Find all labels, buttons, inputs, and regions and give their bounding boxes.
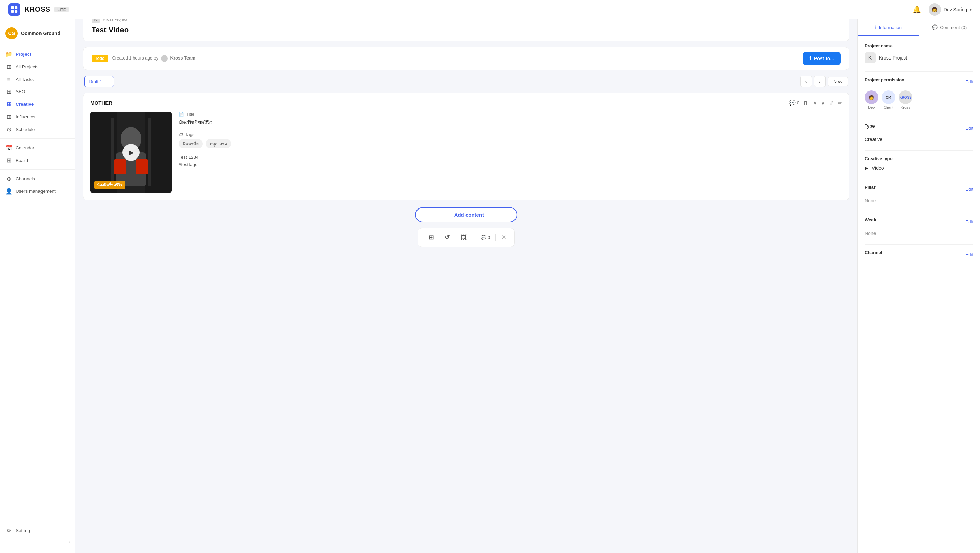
post-to-button[interactable]: f Post to... — [803, 52, 841, 65]
client-initial: CK — [886, 95, 891, 99]
sidebar-item-all-projects[interactable]: ⊞ All Projects — [0, 60, 75, 73]
title-field-label: Title — [186, 111, 194, 117]
move-up-button[interactable]: ∧ — [813, 100, 817, 106]
project-name-row: K Kross Project — [865, 52, 973, 63]
sidebar-item-influencer[interactable]: ⊞ Influencer — [0, 111, 75, 123]
edit-content-button[interactable]: ✏ — [838, 100, 842, 106]
svg-rect-0 — [11, 6, 14, 8]
logo-icon — [8, 3, 21, 16]
draft-new-button[interactable]: New — [827, 76, 848, 86]
toolbar-separator-2 — [495, 234, 496, 241]
avatar: 🧑 — [929, 3, 941, 16]
perm-avatar-dev-img: 🧑 — [865, 91, 878, 104]
video-play-button[interactable]: ▶ — [123, 144, 140, 161]
toolbar-close-button[interactable]: ✕ — [501, 234, 506, 241]
content-card-header: MOTHER 💬 0 🗑 ∧ ∨ ⤢ ✏ — [90, 100, 842, 106]
pillar-label: Pillar — [865, 185, 875, 190]
draft-select[interactable]: Draft 1 ⋮ — [84, 76, 114, 87]
week-edit-button[interactable]: Edit — [966, 219, 973, 224]
move-down-button[interactable]: ∨ — [821, 100, 825, 106]
creative-type-label: Creative type — [865, 156, 973, 161]
plus-icon: + — [449, 212, 452, 218]
section-divider-3 — [865, 150, 973, 151]
team-avatar: — — [161, 55, 168, 62]
grid-icon — [11, 6, 18, 13]
sidebar-item-board[interactable]: ⊞ Board — [0, 154, 75, 167]
pillar-header: Pillar Edit — [865, 185, 973, 194]
draft-prev-button[interactable]: ‹ — [800, 76, 812, 87]
draft-label: Draft 1 — [89, 79, 102, 84]
schedule-icon: ⊙ — [5, 126, 12, 133]
permission-section: Project permission Edit 🧑 Dev CK Client — [865, 77, 973, 110]
tab-info-label: Information — [878, 25, 902, 30]
influencer-icon: ⊞ — [5, 114, 12, 120]
sidebar-section-project[interactable]: 📁 Project — [0, 48, 75, 60]
board-icon: ⊞ — [5, 157, 12, 164]
channels-icon: ⊕ — [5, 175, 12, 182]
creative-type-row: ▶ Video — [865, 165, 973, 171]
draft-nav: ‹ › New — [800, 76, 848, 87]
tags-section: 🏷 Tags พิชชามีท หมูสะอาด — [179, 132, 842, 148]
video-thumbnail[interactable]: ▶ น้องพิชชี่ขอรีวิว — [90, 111, 172, 193]
sidebar-item-label: All Tasks — [16, 77, 34, 82]
app-logo-text: KROSS — [24, 5, 50, 13]
section-divider-2 — [865, 118, 973, 118]
draft-next-button[interactable]: › — [814, 76, 826, 87]
user-menu-button[interactable]: 🧑 Dev Spring ▾ — [929, 3, 972, 16]
title-section: 📄 Title น้องพิชชี่ขอรีวิว — [179, 111, 842, 127]
right-panel: ℹ Information 💬 Comment (0) Project name… — [858, 19, 980, 255]
type-edit-button[interactable]: Edit — [966, 126, 973, 130]
project-name-section: Project name K Kross Project — [865, 43, 973, 63]
perm-avatar-client: CK Client — [882, 91, 895, 110]
sidebar-item-channels[interactable]: ⊕ Channels — [0, 172, 75, 185]
content-details: 📄 Title น้องพิชชี่ขอรีวิว 🏷 Tags พิชชามี… — [179, 111, 842, 193]
sidebar-item-seo[interactable]: ⊞ SEO — [0, 85, 75, 98]
pillar-edit-button[interactable]: Edit — [966, 187, 973, 192]
dev-initial: 🧑 — [869, 95, 874, 100]
facebook-icon: f — [810, 56, 811, 62]
content-card: MOTHER 💬 0 🗑 ∧ ∨ ⤢ ✏ — [83, 92, 850, 200]
delete-button[interactable]: 🗑 — [803, 100, 809, 106]
svg-rect-6 — [111, 118, 114, 186]
add-content-label: Add content — [454, 212, 484, 218]
sidebar-divider — [0, 138, 75, 139]
channel-edit-button[interactable]: Edit — [966, 252, 973, 255]
add-content-button[interactable]: + Add content — [415, 207, 517, 222]
toolbar-refresh-button[interactable]: ↺ — [442, 232, 453, 243]
expand-button[interactable]: ⤢ — [829, 100, 834, 106]
notification-button[interactable]: 🔔 — [911, 3, 923, 16]
sidebar-item-users-management[interactable]: 👤 Users management — [0, 185, 75, 198]
sidebar-item-creative[interactable]: ⊞ Creative — [0, 98, 75, 111]
title-value: น้องพิชชี่ขอรีวิว — [179, 119, 842, 127]
project-name-label: Project name — [865, 43, 973, 48]
comment-button[interactable]: 💬 0 — [789, 100, 799, 106]
creative-type-section: Creative type ▶ Video — [865, 156, 973, 171]
svg-rect-2 — [11, 10, 14, 12]
description-text: Test 1234 #testtags — [179, 154, 842, 168]
description-section: Test 1234 #testtags — [179, 154, 842, 168]
creative-icon: ⊞ — [5, 101, 12, 108]
calendar-icon: 📅 — [5, 145, 12, 151]
tab-information[interactable]: ℹ Information — [858, 19, 919, 36]
toolbar-grid-button[interactable]: ⊞ — [426, 232, 437, 243]
channel-label: Channel — [865, 250, 882, 255]
toolbar-image-button[interactable]: 🖼 — [458, 233, 469, 243]
refresh-icon: ↺ — [445, 234, 450, 241]
sidebar-item-all-tasks[interactable]: ≡ All Tasks — [0, 73, 75, 85]
sidebar-item-calendar[interactable]: 📅 Calendar — [0, 141, 75, 154]
permission-edit-button[interactable]: Edit — [966, 79, 973, 84]
type-section: Type Edit Creative — [865, 124, 973, 142]
workspace-avatar: CG — [5, 27, 18, 40]
perm-avatar-dev: 🧑 Dev — [865, 91, 878, 110]
project-icon: 📁 — [5, 51, 12, 57]
sidebar-item-schedule[interactable]: ⊙ Schedule — [0, 123, 75, 136]
svg-rect-7 — [148, 118, 151, 186]
section-divider-4 — [865, 179, 973, 179]
add-content-container: + Add content — [83, 207, 850, 222]
desc-line1: Test 1234 — [179, 154, 842, 161]
tab-comment[interactable]: 💬 Comment (0) — [919, 19, 980, 36]
main-content: K Kross Project Test Video ✏ Todo Create… — [75, 0, 858, 255]
comment-count: 0 — [797, 100, 799, 105]
users-icon: 👤 — [5, 188, 12, 194]
desc-line2: #testtags — [179, 161, 842, 168]
